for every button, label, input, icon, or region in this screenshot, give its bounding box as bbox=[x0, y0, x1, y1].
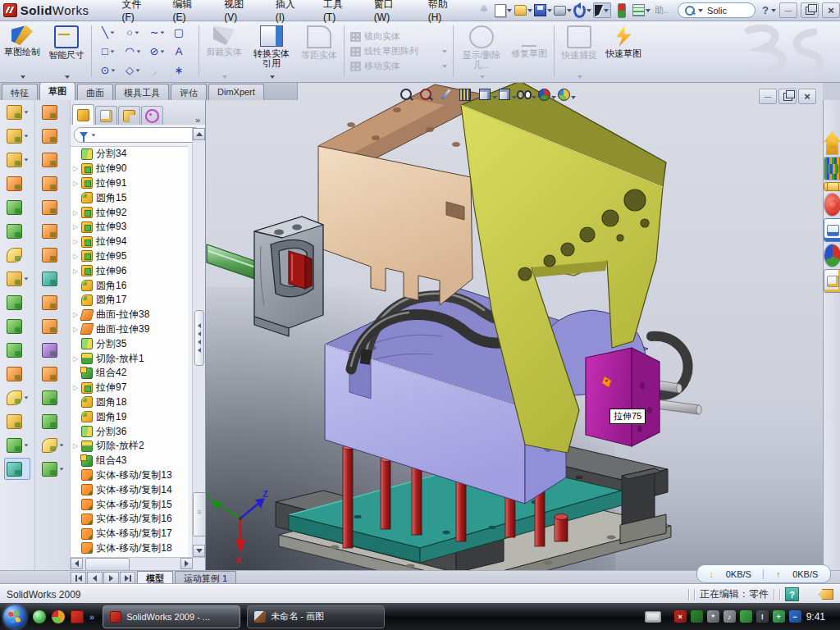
shield-tray-icon[interactable] bbox=[691, 610, 703, 623]
trim-entities-button[interactable]: 剪裁实体 bbox=[203, 22, 245, 80]
menu-item[interactable]: 插入(I) bbox=[266, 0, 313, 25]
usb-tray-icon[interactable] bbox=[740, 610, 752, 623]
quick-tips-icon[interactable] bbox=[785, 587, 799, 601]
apply-scene-icon[interactable] bbox=[556, 87, 571, 102]
expand-arrow-icon[interactable] bbox=[73, 209, 80, 217]
feature-tree-tab[interactable] bbox=[72, 104, 94, 125]
expand-arrow-icon[interactable] bbox=[73, 442, 80, 450]
tree-item[interactable]: 实体-移动/复制18 bbox=[71, 541, 188, 556]
graphics-area[interactable]: Y Z X 拉伸75 bbox=[205, 82, 823, 570]
last-tab-button[interactable] bbox=[120, 572, 135, 585]
motion-study-tab[interactable]: 运动算例 1 bbox=[175, 571, 236, 585]
scroll-up-button[interactable] bbox=[193, 128, 205, 140]
minimize-button[interactable] bbox=[779, 2, 797, 18]
combine-icon[interactable] bbox=[4, 339, 30, 361]
expand-arrow-icon[interactable] bbox=[73, 223, 80, 231]
curve-icon[interactable] bbox=[4, 434, 30, 456]
input-method-icon[interactable] bbox=[645, 611, 661, 623]
pc-suite-tray-icon[interactable]: − bbox=[789, 610, 801, 623]
command-tab[interactable]: 曲面 bbox=[77, 84, 113, 100]
quick-launch-overflow-icon[interactable] bbox=[89, 612, 94, 622]
messenger-icon[interactable] bbox=[33, 610, 46, 623]
open-button[interactable] bbox=[514, 2, 532, 18]
design-library-tab[interactable] bbox=[824, 157, 840, 180]
zoom-to-area-icon[interactable] bbox=[418, 87, 433, 102]
solidworks-toolbox-tab[interactable] bbox=[824, 193, 840, 217]
task-paint[interactable]: 未命名 - 画图 bbox=[247, 605, 385, 628]
expand-arrow-icon[interactable] bbox=[73, 384, 80, 391]
antivirus-tray-icon[interactable]: × bbox=[674, 610, 687, 623]
tree-item[interactable]: 圆角18 bbox=[71, 395, 188, 410]
scroll-left-button[interactable] bbox=[71, 558, 83, 569]
tree-item[interactable]: 实体-移动/复制14 bbox=[71, 482, 188, 497]
tag-icon[interactable] bbox=[819, 589, 833, 600]
updater-tray-icon[interactable]: + bbox=[773, 610, 785, 623]
boundary-surface-icon[interactable] bbox=[39, 196, 66, 218]
search-box[interactable] bbox=[678, 2, 756, 18]
restore-button[interactable] bbox=[801, 2, 819, 18]
tree-item[interactable]: 实体-移动/复制17 bbox=[71, 527, 188, 541]
command-tab[interactable]: 模具工具 bbox=[115, 84, 169, 100]
toolbar-overflow-label[interactable]: 助.. bbox=[655, 4, 669, 16]
snowflake-tray-icon[interactable]: * bbox=[707, 610, 719, 623]
planar-surface-icon[interactable] bbox=[39, 244, 66, 266]
filled-surface-icon[interactable] bbox=[39, 220, 66, 242]
start-button[interactable] bbox=[3, 605, 26, 628]
tree-item[interactable]: 拉伸90 bbox=[71, 162, 188, 176]
pattern-stack-button[interactable]: 镜向实体 bbox=[350, 30, 447, 43]
repair-sketch-button[interactable]: 修复草图 bbox=[508, 22, 550, 80]
revolve-cut-icon[interactable] bbox=[4, 220, 30, 242]
sketch-entity-button[interactable]: ▢ bbox=[170, 23, 194, 42]
view-orientation-icon[interactable] bbox=[477, 87, 492, 102]
pattern-stack-button[interactable]: 移动实体 bbox=[350, 60, 447, 72]
model-tab[interactable]: 模型 bbox=[137, 571, 173, 585]
extend-surface-icon[interactable] bbox=[39, 386, 66, 409]
menu-item[interactable]: 窗口(W) bbox=[364, 0, 418, 25]
solidworks-launcher-icon[interactable] bbox=[71, 610, 84, 623]
tree-item[interactable]: 拉伸97 bbox=[71, 381, 188, 395]
new-file-button[interactable] bbox=[495, 2, 513, 18]
tree-item[interactable]: 拉伸95 bbox=[71, 249, 188, 264]
sketch-entity-button[interactable]: ⊙ bbox=[96, 61, 121, 80]
tree-item[interactable]: 组合43 bbox=[71, 454, 188, 468]
help-dropdown-icon[interactable] bbox=[771, 9, 776, 12]
panel-expand-icon[interactable] bbox=[192, 115, 203, 125]
tree-item[interactable]: 拉伸92 bbox=[71, 205, 188, 220]
sketch-entity-button[interactable]: A bbox=[170, 42, 194, 61]
split-icon[interactable] bbox=[4, 291, 30, 313]
fetion-icon[interactable] bbox=[52, 610, 65, 623]
configuration-manager-tab[interactable] bbox=[118, 106, 140, 125]
doc-close-button[interactable] bbox=[798, 89, 816, 104]
hide-show-items-icon[interactable] bbox=[517, 87, 532, 102]
swept-surface-icon[interactable] bbox=[39, 148, 66, 171]
sketch-entity-button[interactable]: ○ bbox=[121, 23, 145, 42]
extrude-boss-icon[interactable] bbox=[4, 101, 30, 123]
quick-snaps-button[interactable]: 快速捕捉 bbox=[558, 22, 600, 80]
sketch-entity-button[interactable]: ╲ bbox=[96, 23, 121, 42]
section-view-icon[interactable] bbox=[458, 87, 472, 102]
command-tab[interactable]: 草图 bbox=[39, 82, 75, 100]
scroll-right-button[interactable] bbox=[180, 558, 193, 569]
tree-item[interactable]: 拉伸91 bbox=[71, 176, 188, 191]
menu-item[interactable]: 文件(F) bbox=[112, 0, 163, 25]
convert-entities-button[interactable]: 转换实体引用 bbox=[247, 22, 296, 80]
expand-arrow-icon[interactable] bbox=[73, 311, 80, 318]
sketch-entity-button[interactable]: ∼ bbox=[145, 23, 170, 42]
reference-geometry-2-icon[interactable] bbox=[39, 434, 66, 456]
offset-surface-icon[interactable] bbox=[39, 267, 66, 290]
slide-block-part[interactable] bbox=[586, 348, 660, 446]
rapid-sketch-button[interactable]: 快速草图 bbox=[602, 22, 645, 80]
tree-item[interactable]: 圆角15 bbox=[71, 190, 188, 205]
smart-dimension-button[interactable]: 智能尺寸 bbox=[45, 22, 88, 80]
network-warning-tray-icon[interactable]: ! bbox=[756, 610, 769, 623]
doc-minimize-button[interactable] bbox=[759, 89, 777, 104]
model-view[interactable]: Y Z X bbox=[205, 82, 823, 570]
offset-entities-button[interactable]: 等距实体 bbox=[298, 22, 340, 80]
expand-arrow-icon[interactable] bbox=[73, 180, 80, 187]
loft-icon[interactable] bbox=[4, 172, 30, 194]
scrollbar-thumb[interactable] bbox=[193, 492, 206, 536]
command-tab[interactable]: DimXpert bbox=[208, 84, 264, 100]
tree-filter-box[interactable] bbox=[74, 127, 202, 143]
file-explorer-tab[interactable] bbox=[824, 182, 840, 191]
property-manager-tab[interactable] bbox=[95, 106, 117, 125]
